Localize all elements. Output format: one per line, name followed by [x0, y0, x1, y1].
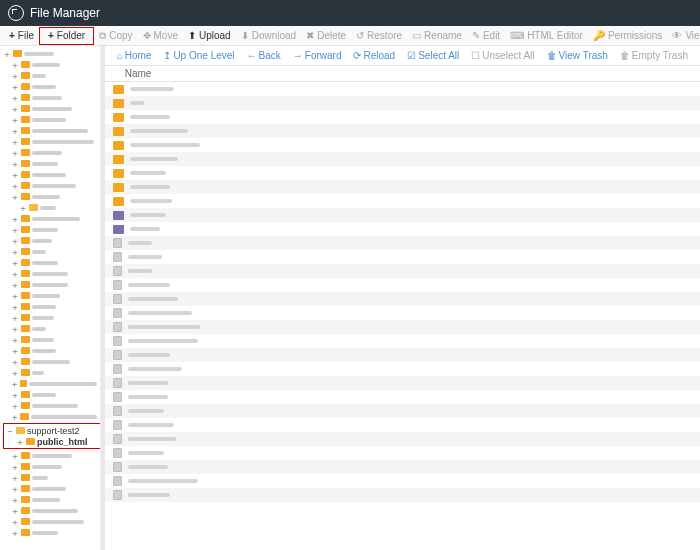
- file-row[interactable]: [105, 166, 700, 180]
- tree-node[interactable]: +: [3, 334, 97, 345]
- tree-node[interactable]: +: [3, 483, 97, 494]
- tree-node[interactable]: +: [3, 472, 97, 483]
- file-row[interactable]: [105, 236, 700, 250]
- tree-node[interactable]: +: [3, 516, 97, 527]
- move-button[interactable]: ✥Move: [138, 27, 183, 45]
- back-button[interactable]: ←Back: [241, 47, 287, 65]
- unselect-all-button[interactable]: ☐Unselect All: [465, 47, 540, 65]
- reload-button[interactable]: ⟳Reload: [347, 47, 401, 65]
- tree-node[interactable]: +: [3, 345, 97, 356]
- expand-icon[interactable]: +: [11, 192, 19, 202]
- expand-icon[interactable]: +: [11, 60, 19, 70]
- file-row[interactable]: [105, 152, 700, 166]
- tree-node[interactable]: +: [3, 279, 97, 290]
- expand-icon[interactable]: +: [11, 346, 19, 356]
- file-row[interactable]: [105, 138, 700, 152]
- tree-node[interactable]: +: [3, 103, 97, 114]
- copy-button[interactable]: ⧉Copy: [94, 27, 137, 45]
- file-row[interactable]: [105, 348, 700, 362]
- expand-icon[interactable]: +: [11, 451, 19, 461]
- file-row[interactable]: [105, 250, 700, 264]
- tree-node[interactable]: +: [3, 450, 97, 461]
- column-header-row[interactable]: Name: [105, 66, 700, 82]
- tree-node[interactable]: +: [3, 389, 97, 400]
- expand-icon[interactable]: +: [11, 280, 19, 290]
- expand-icon[interactable]: +: [11, 473, 19, 483]
- expand-icon[interactable]: +: [11, 390, 19, 400]
- up-level-button[interactable]: ↥Up One Level: [157, 47, 240, 65]
- tree-node[interactable]: +: [3, 505, 97, 516]
- html-editor-button[interactable]: ⌨HTML Editor: [505, 27, 588, 45]
- file-row[interactable]: [105, 418, 700, 432]
- expand-icon[interactable]: +: [11, 462, 19, 472]
- expand-icon[interactable]: +: [11, 313, 19, 323]
- file-row[interactable]: [105, 334, 700, 348]
- file-row[interactable]: [105, 390, 700, 404]
- expand-icon[interactable]: +: [11, 379, 18, 389]
- tree-node[interactable]: +: [3, 169, 97, 180]
- tree-node[interactable]: +: [3, 246, 97, 257]
- expand-icon[interactable]: +: [11, 159, 19, 169]
- expand-icon[interactable]: +: [11, 506, 19, 516]
- expand-icon[interactable]: +: [11, 214, 19, 224]
- expand-icon[interactable]: +: [11, 495, 19, 505]
- file-row[interactable]: [105, 194, 700, 208]
- new-file-button[interactable]: +File: [4, 27, 39, 45]
- tree-node[interactable]: +: [3, 136, 97, 147]
- expand-icon[interactable]: +: [11, 291, 19, 301]
- file-row[interactable]: [105, 264, 700, 278]
- expand-icon[interactable]: +: [3, 49, 11, 59]
- tree-node[interactable]: +: [3, 125, 97, 136]
- expand-icon[interactable]: +: [11, 170, 19, 180]
- restore-button[interactable]: ↺Restore: [351, 27, 407, 45]
- expand-icon[interactable]: +: [11, 93, 19, 103]
- file-row[interactable]: [105, 446, 700, 460]
- new-folder-button[interactable]: +Folder: [43, 27, 90, 45]
- expand-icon[interactable]: +: [11, 247, 19, 257]
- expand-icon[interactable]: +: [11, 302, 19, 312]
- tree-node[interactable]: +: [3, 494, 97, 505]
- tree-node[interactable]: +: [3, 257, 97, 268]
- file-list[interactable]: [105, 82, 700, 550]
- download-button[interactable]: ⬇Download: [236, 27, 301, 45]
- tree-node[interactable]: +: [3, 461, 97, 472]
- file-row[interactable]: [105, 460, 700, 474]
- tree-node[interactable]: +: [3, 70, 97, 81]
- expand-icon[interactable]: +: [11, 104, 19, 114]
- expand-icon[interactable]: +: [11, 236, 19, 246]
- home-button[interactable]: ⌂Home: [111, 47, 158, 65]
- file-row[interactable]: [105, 404, 700, 418]
- tree-node[interactable]: +: [3, 92, 97, 103]
- tree-node-public-html[interactable]: +public_html: [6, 436, 98, 447]
- tree-node[interactable]: +: [3, 114, 97, 125]
- view-button[interactable]: 👁View: [667, 27, 700, 45]
- view-trash-button[interactable]: 🗑View Trash: [541, 47, 614, 65]
- tree-node[interactable]: +: [3, 213, 97, 224]
- file-row[interactable]: [105, 376, 700, 390]
- tree-node[interactable]: +: [3, 180, 97, 191]
- expand-icon[interactable]: +: [11, 181, 19, 191]
- tree-node[interactable]: +: [3, 158, 97, 169]
- select-all-button[interactable]: ☑Select All: [401, 47, 465, 65]
- tree-node[interactable]: +: [3, 411, 97, 422]
- expand-icon[interactable]: +: [16, 437, 24, 447]
- file-row[interactable]: [105, 222, 700, 236]
- expand-icon[interactable]: +: [11, 269, 19, 279]
- file-row[interactable]: [105, 362, 700, 376]
- expand-icon[interactable]: +: [11, 335, 19, 345]
- file-row[interactable]: [105, 306, 700, 320]
- expand-icon[interactable]: +: [11, 484, 19, 494]
- tree-node[interactable]: +: [3, 81, 97, 92]
- tree-node[interactable]: +: [3, 527, 97, 538]
- file-row[interactable]: [105, 488, 700, 502]
- file-row[interactable]: [105, 110, 700, 124]
- expand-icon[interactable]: +: [11, 225, 19, 235]
- file-row[interactable]: [105, 278, 700, 292]
- expand-icon[interactable]: +: [11, 528, 19, 538]
- tree-node[interactable]: +: [3, 147, 97, 158]
- tree-node[interactable]: +: [3, 191, 97, 202]
- file-row[interactable]: [105, 180, 700, 194]
- edit-button[interactable]: ✎Edit: [467, 27, 505, 45]
- expand-icon[interactable]: +: [11, 115, 19, 125]
- permissions-button[interactable]: 🔑Permissions: [588, 27, 667, 45]
